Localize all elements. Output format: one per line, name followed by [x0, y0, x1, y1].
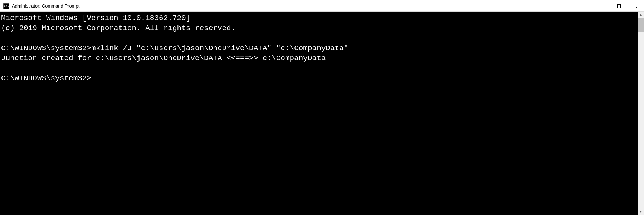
blank-line [1, 33, 637, 43]
vertical-scrollbar[interactable] [638, 12, 644, 215]
typed-command: mklink /J "c:\users\jason\OneDrive\DATA"… [91, 44, 348, 52]
svg-marker-7 [640, 211, 642, 213]
terminal-output[interactable]: Microsoft Windows [Version 10.0.18362.72… [0, 12, 638, 215]
version-line: Microsoft Windows [Version 10.0.18362.72… [1, 13, 637, 23]
prompt: C:\WINDOWS\system32> [1, 44, 91, 52]
copyright-line: (c) 2019 Microsoft Corporation. All righ… [1, 23, 637, 33]
window-controls [594, 0, 644, 11]
window-title: Administrator: Command Prompt [12, 3, 594, 9]
minimize-button[interactable] [594, 0, 611, 11]
cmd-window: C:\ Administrator: Command Prompt Micros… [0, 0, 644, 215]
content-area: Microsoft Windows [Version 10.0.18362.72… [0, 12, 644, 215]
blank-line [1, 63, 637, 73]
scrollbar-track[interactable] [638, 18, 644, 209]
svg-rect-3 [618, 4, 621, 8]
result-line: Junction created for c:\users\jason\OneD… [1, 53, 637, 63]
scrollbar-thumb[interactable] [638, 18, 644, 32]
svg-text:C:\: C:\ [4, 5, 9, 8]
scroll-up-arrow[interactable] [638, 12, 644, 18]
scroll-down-arrow[interactable] [638, 209, 644, 215]
svg-marker-6 [640, 14, 642, 16]
cmd-app-icon: C:\ [3, 3, 9, 9]
maximize-button[interactable] [611, 0, 627, 11]
close-button[interactable] [627, 0, 644, 11]
command-line: C:\WINDOWS\system32>mklink /J "c:\users\… [1, 43, 637, 53]
titlebar[interactable]: C:\ Administrator: Command Prompt [0, 0, 644, 12]
current-prompt: C:\WINDOWS\system32> [1, 73, 637, 83]
